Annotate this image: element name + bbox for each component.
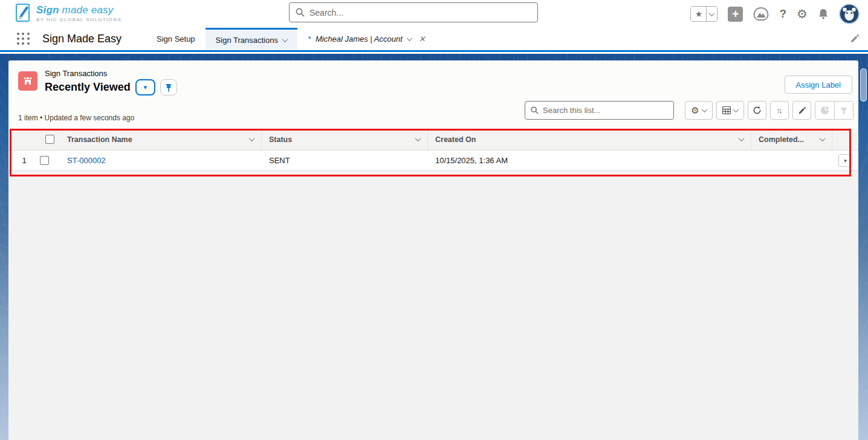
chevron-down-icon <box>406 35 412 41</box>
row-checkbox[interactable] <box>40 156 49 165</box>
object-label: Sign Transactions <box>45 69 177 78</box>
refresh-icon <box>753 106 762 115</box>
chevron-down-icon <box>733 106 739 112</box>
tab-micheal-james-account[interactable]: * Micheal James | Account ✕ <box>297 28 436 50</box>
column-header-transaction-name[interactable]: Transaction Name <box>60 129 262 150</box>
sign-transactions-object-icon <box>18 71 37 91</box>
gear-icon: ⚙ <box>797 7 808 21</box>
row-select-cell <box>40 150 60 170</box>
notifications-button[interactable] <box>818 8 829 20</box>
pin-icon <box>165 83 172 92</box>
action-column-header <box>832 129 858 150</box>
sort-button[interactable]: ↑↓ <box>770 101 789 120</box>
search-icon <box>296 8 305 17</box>
favorites-dropdown-button[interactable] <box>707 7 717 21</box>
column-header-status[interactable]: Status <box>262 129 428 150</box>
row-number-cell: 1 <box>8 150 40 170</box>
list-search-input[interactable] <box>543 106 668 115</box>
star-icon: ★ <box>695 9 703 19</box>
tab-sign-setup[interactable]: Sign Setup <box>146 28 206 50</box>
list-search[interactable] <box>525 101 674 120</box>
gear-icon: ⚙ <box>691 105 699 116</box>
column-label: Transaction Name <box>67 135 132 144</box>
row-action-cell: ▾ <box>832 150 858 170</box>
logo-document-icon <box>15 2 33 24</box>
transaction-name-cell: ST-000002 <box>60 150 262 170</box>
select-all-checkbox[interactable] <box>45 135 54 144</box>
logo-title: Sign made easy <box>36 4 121 16</box>
pie-chart-icon <box>820 106 829 115</box>
list-view-table: Transaction Name Status Created On Compl… <box>8 129 858 171</box>
column-header-created-on[interactable]: Created On <box>428 129 751 150</box>
tab-sign-transactions[interactable]: Sign Transactions <box>206 28 297 50</box>
chevron-down-icon <box>701 106 707 112</box>
pencil-icon <box>798 106 806 115</box>
favorites-button-group: ★ <box>690 6 717 22</box>
tower-icon <box>22 76 33 86</box>
favorites-star-button[interactable]: ★ <box>691 7 707 21</box>
close-icon: ✕ <box>419 34 426 44</box>
close-tab-button[interactable]: ✕ <box>419 34 426 44</box>
content-background: Sign Transactions Recently Viewed ▾ <box>0 54 868 440</box>
table-row: 1 ST-000002 SENT 10/15/2025, 1:36 AM ▾ <box>8 150 858 171</box>
list-toolbar: ⚙ <box>525 101 853 120</box>
global-header: Sign made easy BY HIC GLOBAL SOLUTIONS ★… <box>0 0 868 28</box>
global-actions-button[interactable]: + <box>728 7 743 22</box>
column-label: Status <box>269 135 292 144</box>
list-view-controls-button[interactable]: ⚙ <box>685 101 713 120</box>
app-name: Sign Made Easy <box>42 33 146 45</box>
refresh-button[interactable] <box>748 101 766 120</box>
transaction-link[interactable]: ST-000002 <box>67 156 106 165</box>
global-search[interactable] <box>289 2 538 22</box>
row-actions-button[interactable]: ▾ <box>838 154 852 167</box>
table-icon <box>722 106 731 114</box>
help-button[interactable]: ? <box>779 7 786 21</box>
setup-button[interactable]: ⚙ <box>797 7 808 21</box>
tab-label: Sign Transactions <box>216 36 278 45</box>
avatar-astro-icon <box>840 5 858 23</box>
app-logo: Sign made easy BY HIC GLOBAL SOLUTIONS <box>15 2 121 24</box>
list-meta-text: 1 item • Updated a few seconds ago <box>18 114 134 122</box>
status-cell: SENT <box>262 150 428 170</box>
app-launcher-waffle-icon[interactable] <box>17 33 30 46</box>
tab-label: Sign Setup <box>157 34 195 44</box>
inline-edit-button[interactable] <box>792 101 811 120</box>
logo-text: Sign made easy BY HIC GLOBAL SOLUTIONS <box>36 4 121 22</box>
list-view-card: Sign Transactions Recently Viewed ▾ <box>8 60 858 440</box>
user-avatar[interactable] <box>839 4 860 24</box>
chevron-down-filled-icon: ▾ <box>143 83 147 91</box>
chevron-down-icon <box>249 135 255 141</box>
display-as-button[interactable] <box>716 101 744 120</box>
assign-label-button[interactable]: Assign Label <box>785 76 852 94</box>
chevron-down-icon <box>415 135 421 141</box>
completed-cell <box>751 150 832 170</box>
trailhead-mountain-icon <box>753 7 769 21</box>
header-utility-icons: ★ + ? ⚙ <box>690 0 860 28</box>
question-icon: ? <box>779 7 786 21</box>
global-search-input[interactable] <box>309 8 531 18</box>
logo-subtitle: BY HIC GLOBAL SOLUTIONS <box>36 17 121 22</box>
trailhead-button[interactable] <box>753 7 769 21</box>
pin-list-view-button[interactable] <box>160 79 177 95</box>
plus-icon: + <box>732 8 739 20</box>
pencil-icon <box>850 34 860 44</box>
column-header-completed[interactable]: Completed... <box>751 129 832 150</box>
list-view-title-block: Sign Transactions Recently Viewed ▾ <box>45 69 177 95</box>
charts-button[interactable] <box>815 102 834 119</box>
chevron-down-icon <box>739 135 745 141</box>
search-icon <box>531 106 539 114</box>
sort-arrows-icon: ↑↓ <box>777 106 783 115</box>
app-nav-bar: Sign Made Easy Sign Setup Sign Transacti… <box>0 28 868 52</box>
app-screen: Sign made easy BY HIC GLOBAL SOLUTIONS ★… <box>0 0 868 440</box>
chart-filter-button-group <box>815 101 853 120</box>
select-all-cell <box>40 129 60 150</box>
chevron-down-icon <box>282 36 288 42</box>
list-view-header-panel: Sign Transactions Recently Viewed ▾ <box>8 60 858 129</box>
nav-personalization-button[interactable] <box>850 34 860 46</box>
chevron-down-filled-icon: ▾ <box>844 158 847 164</box>
list-view-selector-button[interactable]: ▾ <box>135 79 155 95</box>
filter-button[interactable] <box>834 102 853 119</box>
bell-icon <box>818 8 829 20</box>
table-header-row: Transaction Name Status Created On Compl… <box>8 129 858 150</box>
vertical-scrollbar-thumb[interactable] <box>860 68 867 102</box>
